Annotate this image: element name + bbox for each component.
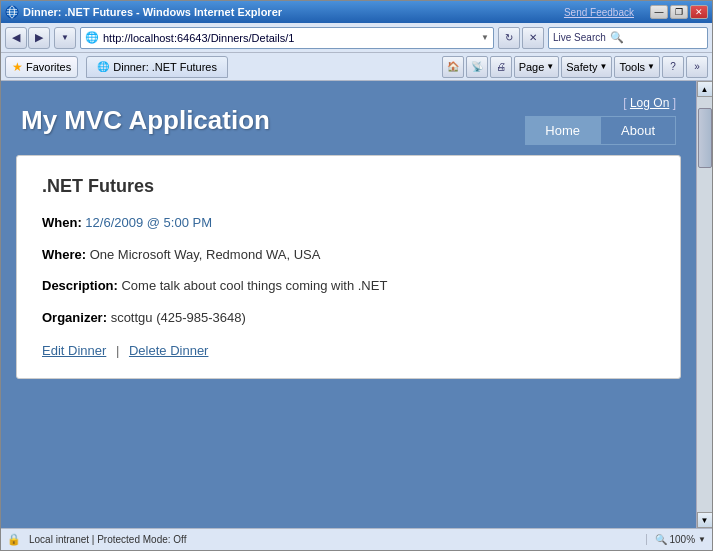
send-feedback-link[interactable]: Send Feedback: [564, 7, 634, 18]
browser-window: Dinner: .NET Futures - Windows Internet …: [0, 0, 713, 551]
log-on-link[interactable]: Log On: [630, 96, 669, 110]
search-box[interactable]: Live Search 🔍: [548, 27, 708, 49]
search-icon[interactable]: 🔍: [610, 31, 624, 44]
when-row: When: 12/6/2009 @ 5:00 PM: [42, 213, 655, 233]
title-bar: Dinner: .NET Futures - Windows Internet …: [1, 1, 712, 23]
browser-title: Dinner: .NET Futures - Windows Internet …: [23, 6, 282, 18]
rss-icon-btn[interactable]: 📡: [466, 56, 488, 78]
tab-title: Dinner: .NET Futures: [113, 61, 217, 73]
refresh-button[interactable]: ↻: [498, 27, 520, 49]
safety-chevron: ▼: [599, 62, 607, 71]
where-value: One Microsoft Way, Redmond WA, USA: [90, 247, 321, 262]
description-row: Description: Come talk about cool things…: [42, 276, 655, 296]
edit-dinner-link[interactable]: Edit Dinner: [42, 343, 106, 358]
page-content: My MVC Application [ Log On ] Home About…: [1, 81, 696, 528]
tools-chevron: ▼: [647, 62, 655, 71]
page-label: Page: [519, 61, 545, 73]
dinner-title: .NET Futures: [42, 176, 655, 197]
favorites-label: Favorites: [26, 61, 71, 73]
tools-label: Tools: [619, 61, 645, 73]
app-header: My MVC Application [ Log On ] Home About: [1, 81, 696, 155]
nav-buttons: ◀ ▶: [5, 27, 50, 49]
status-bar: 🔒 Local intranet | Protected Mode: Off 🔍…: [1, 528, 712, 550]
ie-address-icon: 🌐: [85, 31, 99, 44]
description-label: Description:: [42, 278, 118, 293]
log-on-container: [ Log On ]: [623, 96, 676, 110]
zoom-level: 100%: [670, 534, 696, 545]
home-icon-btn[interactable]: 🏠: [442, 56, 464, 78]
help-icon-btn[interactable]: ?: [662, 56, 684, 78]
delete-dinner-link[interactable]: Delete Dinner: [129, 343, 209, 358]
scrollbar-track[interactable]: [697, 97, 713, 512]
forward-button[interactable]: ▶: [28, 27, 50, 49]
scroll-up-button[interactable]: ▲: [697, 81, 713, 97]
page-chevron: ▼: [546, 62, 554, 71]
minimize-button[interactable]: —: [650, 5, 668, 19]
address-dropdown[interactable]: ▼: [481, 33, 489, 42]
safety-label: Safety: [566, 61, 597, 73]
toolbar-row: ★ Favorites 🌐 Dinner: .NET Futures 🏠 📡 🖨…: [1, 53, 712, 81]
organizer-row: Organizer: scottgu (425-985-3648): [42, 308, 655, 328]
more-icon-btn[interactable]: »: [686, 56, 708, 78]
dinner-card: .NET Futures When: 12/6/2009 @ 5:00 PM W…: [16, 155, 681, 379]
address-bar-row: ◀ ▶ ▼ 🌐 http://localhost:64643/Dinners/D…: [1, 23, 712, 53]
restore-button[interactable]: ❐: [670, 5, 688, 19]
log-on-close: ]: [673, 96, 676, 110]
window-controls: — ❐ ✕: [650, 5, 708, 19]
log-on-open: [: [623, 96, 630, 110]
description-value: Come talk about cool things coming with …: [121, 278, 387, 293]
dropdown-button[interactable]: ▼: [54, 27, 76, 49]
scrollbar-thumb[interactable]: [698, 108, 712, 168]
tab-bar: 🌐 Dinner: .NET Futures: [86, 56, 228, 78]
refresh-stop: ↻ ✕: [498, 27, 544, 49]
nav-buttons-bar: Home About: [525, 116, 676, 145]
safety-dropdown[interactable]: Safety ▼: [561, 56, 612, 78]
when-value: 12/6/2009 @ 5:00 PM: [85, 215, 212, 230]
app-title: My MVC Application: [21, 105, 270, 136]
browser-tab[interactable]: 🌐 Dinner: .NET Futures: [86, 56, 228, 78]
address-text: http://localhost:64643/Dinners/Details/1: [103, 32, 477, 44]
stop-button[interactable]: ✕: [522, 27, 544, 49]
ie-icon: [5, 5, 19, 19]
favorites-button[interactable]: ★ Favorites: [5, 56, 78, 78]
address-bar[interactable]: 🌐 http://localhost:64643/Dinners/Details…: [80, 27, 494, 49]
toolbar-icons: 🏠 📡 🖨 Page ▼ Safety ▼ Tools ▼ ? »: [442, 56, 708, 78]
close-button[interactable]: ✕: [690, 5, 708, 19]
when-label: When:: [42, 215, 82, 230]
page-dropdown[interactable]: Page ▼: [514, 56, 560, 78]
tab-ie-icon: 🌐: [97, 61, 109, 72]
zoom-section: 🔍 100% ▼: [646, 534, 707, 545]
live-search-label: Live Search: [553, 32, 606, 43]
where-label: Where:: [42, 247, 86, 262]
zoom-icon: 🔍: [655, 534, 667, 545]
action-separator: |: [116, 343, 119, 358]
zoom-chevron[interactable]: ▼: [698, 535, 706, 544]
organizer-value: scottgu (425-985-3648): [111, 310, 246, 325]
print-icon-btn[interactable]: 🖨: [490, 56, 512, 78]
status-icon: 🔒: [7, 533, 21, 546]
content-area: My MVC Application [ Log On ] Home About…: [1, 81, 712, 528]
tools-dropdown[interactable]: Tools ▼: [614, 56, 660, 78]
home-nav-tab[interactable]: Home: [525, 116, 600, 145]
where-row: Where: One Microsoft Way, Redmond WA, US…: [42, 245, 655, 265]
title-bar-left: Dinner: .NET Futures - Windows Internet …: [5, 5, 282, 19]
organizer-label: Organizer:: [42, 310, 107, 325]
star-icon: ★: [12, 60, 23, 74]
about-nav-tab[interactable]: About: [600, 116, 676, 145]
scroll-down-button[interactable]: ▼: [697, 512, 713, 528]
scrollbar: ▲ ▼: [696, 81, 712, 528]
header-right: [ Log On ] Home About: [525, 96, 676, 145]
back-button[interactable]: ◀: [5, 27, 27, 49]
dinner-actions: Edit Dinner | Delete Dinner: [42, 343, 655, 358]
status-text: Local intranet | Protected Mode: Off: [29, 534, 638, 545]
